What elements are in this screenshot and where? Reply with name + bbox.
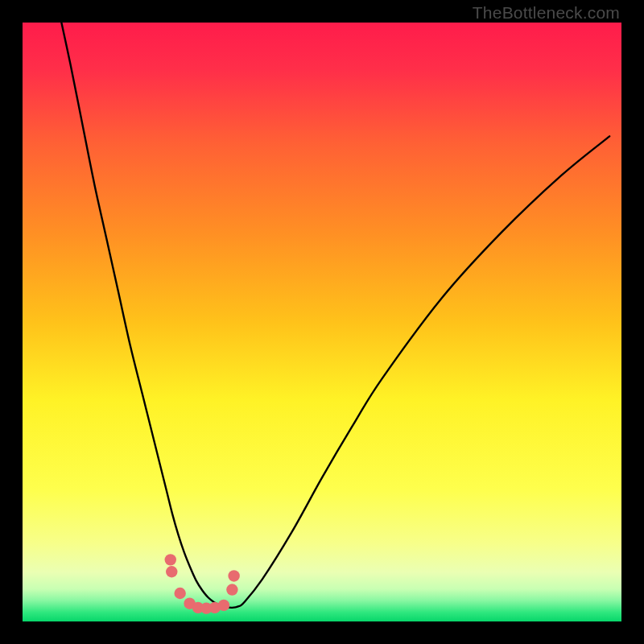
chart-frame: TheBottleneck.com [0, 0, 644, 644]
highlight-marker [218, 600, 229, 611]
watermark-text: TheBottleneck.com [473, 3, 620, 23]
highlight-marker [165, 554, 176, 565]
highlight-marker [174, 588, 185, 599]
plot-area [23, 23, 621, 621]
highlight-marker [166, 566, 177, 577]
gradient-background [23, 23, 621, 621]
plot-svg [23, 23, 621, 621]
highlight-marker [228, 570, 239, 581]
highlight-marker [226, 584, 237, 595]
